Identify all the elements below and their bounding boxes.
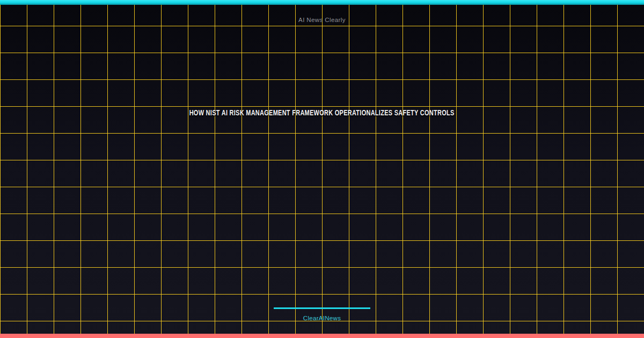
footer-divider-line [274,307,370,309]
yellow-grid-pattern [0,0,644,338]
site-label: AI News Clearly [0,17,644,23]
headline-title: HOW NIST AI RISK MANAGEMENT FRAMEWORK OP… [189,108,455,117]
brand-label: ClearAINews [0,315,644,321]
headline-container: HOW NIST AI RISK MANAGEMENT FRAMEWORK OP… [0,108,644,117]
bottom-accent-bar [0,334,644,338]
top-accent-bar [0,0,644,5]
social-card-background: AI News Clearly HOW NIST AI RISK MANAGEM… [0,0,644,338]
